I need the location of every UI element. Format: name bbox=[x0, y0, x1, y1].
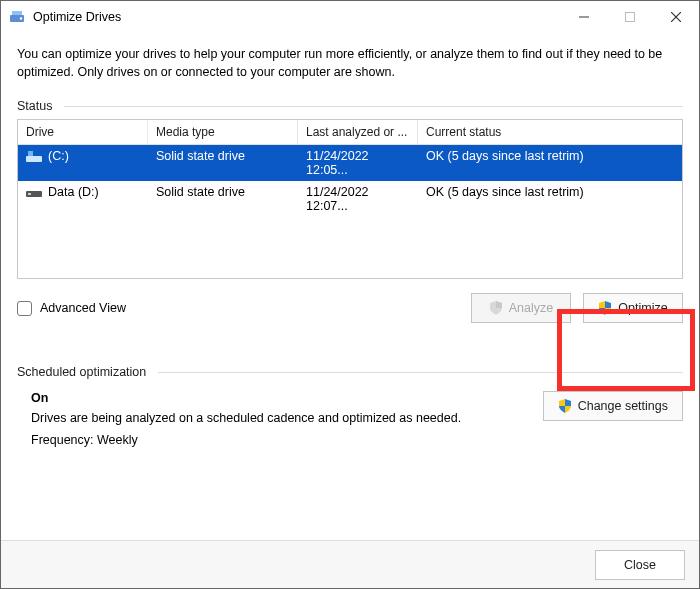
schedule-on-label: On bbox=[31, 391, 543, 405]
titlebar: Optimize Drives bbox=[1, 1, 699, 33]
svg-rect-4 bbox=[626, 13, 635, 22]
shield-icon bbox=[598, 301, 612, 315]
dialog-footer: Close bbox=[1, 540, 699, 588]
svg-rect-8 bbox=[28, 151, 33, 156]
close-label: Close bbox=[624, 558, 656, 572]
drive-last: 11/24/2022 12:05... bbox=[298, 147, 418, 179]
drive-media: Solid state drive bbox=[148, 183, 298, 215]
drive-status: OK (5 days since last retrim) bbox=[418, 183, 682, 215]
status-section-label: Status bbox=[17, 99, 683, 113]
data-drive-icon bbox=[26, 187, 42, 199]
description-text: You can optimize your drives to help you… bbox=[17, 45, 683, 81]
optimize-label: Optimize bbox=[618, 301, 667, 315]
column-header-media[interactable]: Media type bbox=[148, 120, 298, 144]
drive-last: 11/24/2022 12:07... bbox=[298, 183, 418, 215]
drive-table[interactable]: Drive Media type Last analyzed or ... Cu… bbox=[17, 119, 683, 279]
advanced-view-label: Advanced View bbox=[40, 301, 126, 315]
analyze-label: Analyze bbox=[509, 301, 553, 315]
close-button[interactable]: Close bbox=[595, 550, 685, 580]
table-row[interactable]: (C:) Solid state drive 11/24/2022 12:05.… bbox=[18, 145, 682, 181]
schedule-label: Scheduled optimization bbox=[17, 365, 146, 379]
window-title: Optimize Drives bbox=[33, 10, 121, 24]
svg-rect-7 bbox=[26, 156, 42, 162]
optimize-button[interactable]: Optimize bbox=[583, 293, 683, 323]
column-header-status[interactable]: Current status bbox=[418, 120, 682, 144]
drive-status: OK (5 days since last retrim) bbox=[418, 147, 682, 179]
table-row[interactable]: Data (D:) Solid state drive 11/24/2022 1… bbox=[18, 181, 682, 217]
schedule-detail: Drives are being analyzed on a scheduled… bbox=[31, 411, 543, 425]
minimize-button[interactable] bbox=[561, 1, 607, 33]
status-label: Status bbox=[17, 99, 52, 113]
drive-name: (C:) bbox=[48, 149, 69, 163]
change-settings-button[interactable]: Change settings bbox=[543, 391, 683, 421]
shield-icon bbox=[489, 301, 503, 315]
close-window-button[interactable] bbox=[653, 1, 699, 33]
change-settings-label: Change settings bbox=[578, 399, 668, 413]
maximize-button[interactable] bbox=[607, 1, 653, 33]
schedule-section-label: Scheduled optimization bbox=[17, 365, 683, 379]
drive-media: Solid state drive bbox=[148, 147, 298, 179]
svg-point-2 bbox=[20, 17, 22, 19]
app-icon bbox=[9, 9, 25, 25]
svg-rect-1 bbox=[12, 11, 22, 15]
drive-table-header: Drive Media type Last analyzed or ... Cu… bbox=[18, 120, 682, 145]
os-drive-icon bbox=[26, 151, 42, 163]
column-header-last[interactable]: Last analyzed or ... bbox=[298, 120, 418, 144]
svg-rect-10 bbox=[28, 193, 31, 195]
schedule-frequency: Frequency: Weekly bbox=[31, 433, 543, 447]
drive-name: Data (D:) bbox=[48, 185, 99, 199]
column-header-drive[interactable]: Drive bbox=[18, 120, 148, 144]
analyze-button[interactable]: Analyze bbox=[471, 293, 571, 323]
advanced-view-checkbox[interactable] bbox=[17, 301, 32, 316]
shield-icon bbox=[558, 399, 572, 413]
